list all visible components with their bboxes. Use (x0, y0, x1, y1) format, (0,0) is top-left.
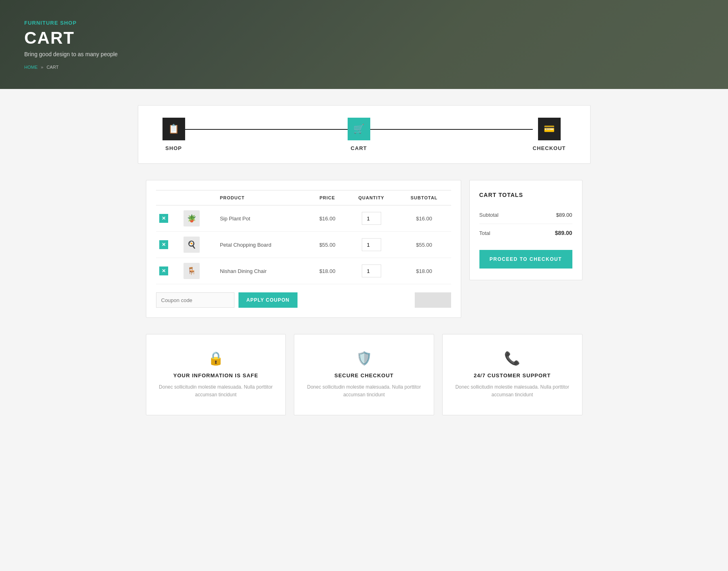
step-cart: 🛒 CART (348, 118, 370, 151)
table-row: ✕ 🪑 Nishan Dining Chair $18.00 $18.00 (156, 258, 451, 284)
product-name-cell: Petal Chopping Board (217, 232, 309, 258)
cart-totals: CART TOTALS Subtotal $89.00 Total $89.00… (469, 180, 582, 280)
total-label: Total (479, 230, 490, 236)
feature-card-safe: 🔒 YOUR INFORMATION IS SAFE Donec sollici… (146, 334, 286, 415)
update-cart-button[interactable] (415, 292, 451, 308)
proceed-to-checkout-button[interactable]: PROCEED TO CHECKOUT (479, 250, 572, 269)
step-shop: 📋 SHOP (162, 118, 185, 151)
remove-cell: ✕ (156, 258, 181, 284)
product-name-cell: Sip Plant Pot (217, 205, 309, 232)
phone-icon: 📞 (452, 351, 572, 366)
total-row: Total $89.00 (479, 224, 572, 242)
remove-button[interactable]: ✕ (159, 240, 168, 249)
shield-icon: 🛡️ (304, 351, 424, 366)
step-cart-label: CART (351, 145, 367, 151)
step-line-2 (370, 129, 533, 130)
coupon-input[interactable] (156, 292, 234, 308)
feature-text-support: Donec sollicitudin molestie malesuada. N… (452, 383, 572, 399)
image-cell: 🍳 (180, 232, 217, 258)
checkout-steps: 📋 SHOP 🛒 CART 💳 CHECKOUT (138, 105, 591, 164)
feature-card-checkout: 🛡️ SECURE CHECKOUT Donec sollicitudin mo… (294, 334, 434, 415)
feature-title-checkout: SECURE CHECKOUT (304, 372, 424, 379)
col-product: PRODUCT (217, 190, 309, 205)
table-row: ✕ 🍳 Petal Chopping Board $55.00 $55.00 (156, 232, 451, 258)
quantity-input[interactable] (362, 212, 381, 225)
cart-icon: 🛒 (353, 124, 364, 134)
step-checkout: 💳 CHECKOUT (533, 118, 566, 151)
subtotal-cell: $55.00 (397, 232, 451, 258)
lock-icon: 🔒 (156, 351, 276, 366)
steps-row: 📋 SHOP 🛒 CART 💳 CHECKOUT (162, 118, 566, 151)
product-thumbnail: 🍳 (184, 237, 200, 253)
feature-text-checkout: Donec sollicitudin molestie malesuada. N… (304, 383, 424, 399)
breadcrumb-home-link[interactable]: HOME (24, 65, 38, 70)
cart-totals-title: CART TOTALS (479, 192, 572, 198)
cart-section: PRODUCT PRICE QUANTITY SUBTOTAL ✕ 🪴 Sip … (138, 180, 591, 318)
product-name-cell: Nishan Dining Chair (217, 258, 309, 284)
col-remove (156, 190, 181, 205)
price-cell: $16.00 (309, 205, 345, 232)
remove-cell: ✕ (156, 232, 181, 258)
col-subtotal: SUBTOTAL (397, 190, 451, 205)
remove-cell: ✕ (156, 205, 181, 232)
subtotal-row: Subtotal $89.00 (479, 206, 572, 224)
subtotal-cell: $18.00 (397, 258, 451, 284)
col-price: PRICE (309, 190, 345, 205)
subtotal-label: Subtotal (479, 212, 499, 218)
breadcrumb: HOME » CART (24, 65, 118, 70)
credit-card-icon: 💳 (544, 124, 555, 134)
coupon-row: APPLY COUPON (156, 292, 451, 308)
apply-coupon-button[interactable]: APPLY COUPON (238, 292, 298, 308)
breadcrumb-separator: » (41, 65, 43, 70)
hero-subtitle: Bring good design to as many people (24, 51, 118, 57)
quantity-cell (345, 258, 397, 284)
table-header-row: PRODUCT PRICE QUANTITY SUBTOTAL (156, 190, 451, 205)
col-image (180, 190, 217, 205)
price-cell: $18.00 (309, 258, 345, 284)
cart-table-wrapper: PRODUCT PRICE QUANTITY SUBTOTAL ✕ 🪴 Sip … (146, 180, 461, 318)
subtotal-cell: $16.00 (397, 205, 451, 232)
cart-icon-box: 🛒 (348, 118, 370, 140)
product-thumbnail: 🪑 (184, 263, 200, 279)
quantity-cell (345, 205, 397, 232)
page-title: CART (24, 28, 118, 48)
price-cell: $55.00 (309, 232, 345, 258)
quantity-cell (345, 232, 397, 258)
image-cell: 🪴 (180, 205, 217, 232)
col-quantity: QUANTITY (345, 190, 397, 205)
shop-icon-box: 📋 (162, 118, 185, 140)
table-row: ✕ 🪴 Sip Plant Pot $16.00 $16.00 (156, 205, 451, 232)
hero-content: FURNITURE SHOP CART Bring good design to… (24, 20, 118, 70)
quantity-input[interactable] (362, 238, 381, 251)
step-shop-label: SHOP (165, 145, 182, 151)
quantity-input[interactable] (362, 264, 381, 277)
clipboard-icon: 📋 (168, 124, 179, 134)
feature-text-safe: Donec sollicitudin molestie malesuada. N… (156, 383, 276, 399)
total-value: $89.00 (555, 230, 572, 236)
feature-title-safe: YOUR INFORMATION IS SAFE (156, 372, 276, 379)
subtotal-value: $89.00 (556, 212, 572, 218)
step-checkout-label: CHECKOUT (533, 145, 566, 151)
remove-button[interactable]: ✕ (159, 266, 168, 275)
image-cell: 🪑 (180, 258, 217, 284)
feature-card-support: 📞 24/7 CUSTOMER SUPPORT Donec sollicitud… (442, 334, 582, 415)
features-section: 🔒 YOUR INFORMATION IS SAFE Donec sollici… (138, 334, 591, 415)
hero-section: FURNITURE SHOP CART Bring good design to… (0, 0, 728, 89)
remove-button[interactable]: ✕ (159, 214, 168, 223)
cart-table: PRODUCT PRICE QUANTITY SUBTOTAL ✕ 🪴 Sip … (156, 190, 451, 284)
breadcrumb-current: CART (46, 65, 59, 70)
step-line-1 (185, 129, 348, 130)
product-thumbnail: 🪴 (184, 210, 200, 226)
checkout-icon-box: 💳 (538, 118, 561, 140)
feature-title-support: 24/7 CUSTOMER SUPPORT (452, 372, 572, 379)
hero-shop-label: FURNITURE SHOP (24, 20, 118, 26)
